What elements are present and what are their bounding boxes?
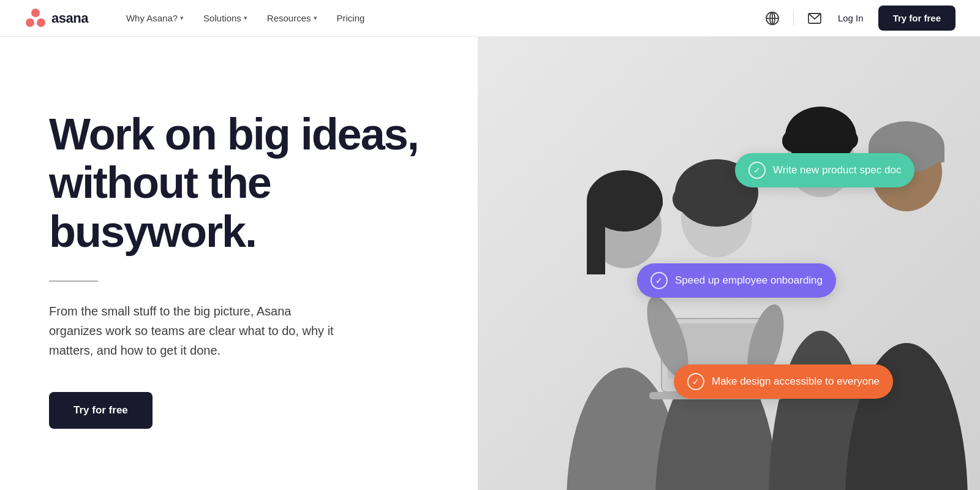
hero-image: Write new product spec doc Speed up empl… — [478, 37, 980, 490]
task-pill-green: Write new product spec doc — [735, 153, 914, 187]
hero-cta-button[interactable]: Try for free — [49, 392, 153, 429]
logo-text: asana — [51, 10, 88, 26]
chevron-down-icon: ▾ — [244, 14, 247, 22]
hero-title: Work on big ideas, without the busywork. — [49, 110, 441, 256]
header-right-actions: Log In Try for free — [764, 6, 956, 31]
header: asana Why Asana? ▾ Solutions ▾ Resources… — [0, 0, 980, 37]
svg-point-1 — [26, 18, 34, 27]
svg-point-20 — [731, 185, 753, 207]
logo[interactable]: asana — [24, 7, 88, 29]
svg-rect-11 — [587, 201, 605, 274]
header-try-free-button[interactable]: Try for free — [878, 6, 956, 31]
main-content: Work on big ideas, without the busywork.… — [0, 37, 980, 490]
hero-divider — [49, 281, 98, 282]
svg-point-28 — [839, 130, 858, 149]
task-pill-orange: Make design accessible to everyone — [674, 364, 893, 399]
hero-left-panel: Work on big ideas, without the busywork.… — [0, 37, 478, 490]
header-divider — [793, 11, 794, 26]
nav-item-why-asana[interactable]: Why Asana? ▾ — [118, 8, 192, 28]
svg-point-2 — [37, 18, 45, 27]
mail-icon[interactable] — [806, 10, 823, 27]
check-icon — [650, 272, 668, 289]
task-pill-purple: Speed up employee onboarding — [637, 263, 836, 298]
check-icon — [748, 162, 766, 179]
nav-item-resources[interactable]: Resources ▾ — [258, 8, 326, 28]
main-nav: Why Asana? ▾ Solutions ▾ Resources ▾ Pri… — [118, 8, 764, 28]
hero-right-panel: Write new product spec doc Speed up empl… — [478, 37, 980, 490]
hero-description: From the small stuff to the big picture,… — [49, 301, 343, 360]
globe-icon[interactable] — [764, 10, 781, 27]
login-link[interactable]: Log In — [835, 8, 866, 28]
nav-item-solutions[interactable]: Solutions ▾ — [195, 8, 256, 28]
asana-logo-icon — [24, 7, 47, 29]
chevron-down-icon: ▾ — [180, 14, 184, 22]
chevron-down-icon: ▾ — [314, 14, 317, 22]
svg-rect-12 — [620, 201, 663, 206]
svg-point-0 — [31, 9, 40, 17]
nav-item-pricing[interactable]: Pricing — [328, 8, 374, 28]
check-icon — [687, 373, 704, 390]
